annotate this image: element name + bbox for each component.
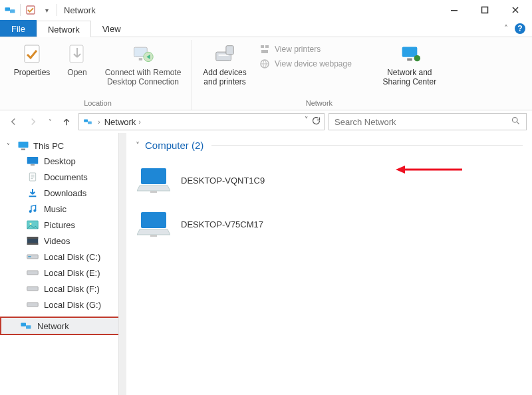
title-bar: ▾ Network xyxy=(0,0,532,20)
annotation-arrow xyxy=(396,163,462,178)
search-icon[interactable] xyxy=(511,116,521,128)
svg-rect-33 xyxy=(27,237,39,239)
search-box[interactable] xyxy=(329,113,527,130)
tab-network[interactable]: Network xyxy=(37,21,91,37)
svg-rect-8 xyxy=(139,58,142,61)
remote-desktop-button[interactable]: Connect with Remote Desktop Connection xyxy=(100,40,186,87)
tree-music[interactable]: Music xyxy=(0,201,126,217)
qat-dropdown-icon[interactable]: ▾ xyxy=(41,4,53,16)
help-icon[interactable]: ? xyxy=(515,23,525,34)
desktop-icon xyxy=(27,156,39,166)
svg-rect-45 xyxy=(150,191,157,193)
svg-point-22 xyxy=(513,118,518,123)
sharing-center-button[interactable]: Network and Sharing Center xyxy=(378,40,441,87)
maximize-button[interactable] xyxy=(469,0,500,20)
remote-desktop-icon xyxy=(132,43,154,65)
tree-this-pc-label: This PC xyxy=(33,141,64,151)
drive-icon xyxy=(27,267,39,278)
svg-rect-21 xyxy=(88,121,92,124)
svg-rect-5 xyxy=(25,45,39,63)
tree-pictures[interactable]: Pictures xyxy=(0,217,126,233)
chevron-down-icon[interactable]: ˅ xyxy=(7,142,13,150)
svg-rect-4 xyxy=(482,7,488,13)
view-webpage-button[interactable]: View device webpage xyxy=(259,59,352,69)
add-devices-button[interactable]: Add devices and printers xyxy=(198,40,252,87)
open-button[interactable]: Open xyxy=(61,40,93,77)
documents-icon xyxy=(27,172,39,182)
properties-button[interactable]: Properties xyxy=(9,40,55,77)
tree-network[interactable]: Network xyxy=(0,317,126,335)
printers-icon xyxy=(259,44,271,55)
svg-rect-14 xyxy=(265,45,269,48)
svg-marker-47 xyxy=(137,229,170,235)
window-title: Network xyxy=(64,5,96,15)
svg-point-19 xyxy=(414,55,420,61)
webpage-icon xyxy=(259,59,271,69)
remote-desktop-label: Connect with Remote Desktop Connection xyxy=(105,68,182,87)
address-box[interactable]: › Network › ˅ xyxy=(78,113,325,130)
tab-file[interactable]: File xyxy=(0,20,37,37)
search-input[interactable] xyxy=(334,117,511,127)
svg-marker-50 xyxy=(396,166,405,174)
svg-rect-46 xyxy=(141,212,166,228)
up-button[interactable] xyxy=(59,114,74,130)
tree-videos[interactable]: Videos xyxy=(0,233,126,249)
group-label-location: Location xyxy=(84,98,112,110)
tree-downloads[interactable]: Downloads xyxy=(0,185,126,201)
ribbon-group-location: Properties Open Connect with Remote Desk… xyxy=(4,40,192,110)
tree-documents[interactable]: Documents xyxy=(0,169,126,185)
address-network-icon xyxy=(82,116,94,127)
svg-marker-44 xyxy=(137,186,170,191)
svg-point-31 xyxy=(30,223,32,225)
view-webpage-label: View device webpage xyxy=(275,59,352,68)
address-bar-row: ˅ › Network › ˅ xyxy=(0,110,532,133)
section-header-computer[interactable]: ˅ Computer (2) xyxy=(136,140,523,151)
breadcrumb-network[interactable]: Network › xyxy=(104,117,141,127)
minimize-button[interactable] xyxy=(439,0,469,20)
svg-rect-40 xyxy=(21,323,27,327)
tree-local-disk-g[interactable]: Local Disk (G:) xyxy=(0,297,126,313)
add-devices-icon xyxy=(213,43,236,65)
svg-rect-1 xyxy=(10,9,15,13)
forward-button[interactable] xyxy=(25,114,41,130)
tab-view[interactable]: View xyxy=(91,20,132,37)
properties-qat-icon[interactable] xyxy=(25,4,37,16)
svg-rect-48 xyxy=(150,235,157,237)
computer-item[interactable]: DESKTOP-VQNT1C9 xyxy=(136,160,523,200)
back-button[interactable] xyxy=(5,114,21,130)
view-printers-button[interactable]: View printers xyxy=(259,44,352,55)
svg-rect-34 xyxy=(27,243,39,245)
svg-rect-3 xyxy=(451,10,458,11)
svg-rect-18 xyxy=(407,59,412,61)
tree-local-disk-f[interactable]: Local Disk (F:) xyxy=(0,281,126,297)
svg-rect-41 xyxy=(26,325,31,329)
computer-item[interactable]: DESKTOP-V75CM17 xyxy=(136,204,523,244)
tree-local-disk-e[interactable]: Local Disk (E:) xyxy=(0,265,126,281)
properties-label: Properties xyxy=(14,68,51,77)
tree-this-pc[interactable]: ˅ This PC xyxy=(0,138,126,153)
svg-rect-42 xyxy=(141,168,166,184)
pictures-icon xyxy=(27,219,39,230)
tree-desktop[interactable]: Desktop xyxy=(0,153,126,169)
tree-network-label: Network xyxy=(37,321,69,331)
close-button[interactable] xyxy=(500,0,531,20)
nav-scrollbar[interactable] xyxy=(118,133,126,395)
drive-icon xyxy=(27,283,39,294)
tree-local-disk-c[interactable]: Local Disk (C:) xyxy=(0,249,126,265)
section-title: Computer (2) xyxy=(145,140,203,151)
svg-point-28 xyxy=(29,210,32,213)
svg-rect-36 xyxy=(28,256,31,257)
drive-icon xyxy=(27,251,39,262)
svg-rect-20 xyxy=(84,120,88,122)
collapse-ribbon-icon[interactable]: ˄ xyxy=(504,24,508,33)
recent-locations-button[interactable]: ˅ xyxy=(45,114,55,130)
refresh-button[interactable] xyxy=(311,116,321,128)
computer-name: DESKTOP-V75CM17 xyxy=(181,219,263,229)
address-dropdown-icon[interactable]: ˅ xyxy=(305,116,309,128)
open-label: Open xyxy=(67,68,86,77)
svg-rect-37 xyxy=(27,271,39,275)
chevron-down-icon[interactable]: ˅ xyxy=(136,141,140,150)
crumb-separator-icon[interactable]: › xyxy=(98,118,100,126)
svg-rect-12 xyxy=(226,46,233,55)
ribbon: Properties Open Connect with Remote Desk… xyxy=(0,37,532,110)
